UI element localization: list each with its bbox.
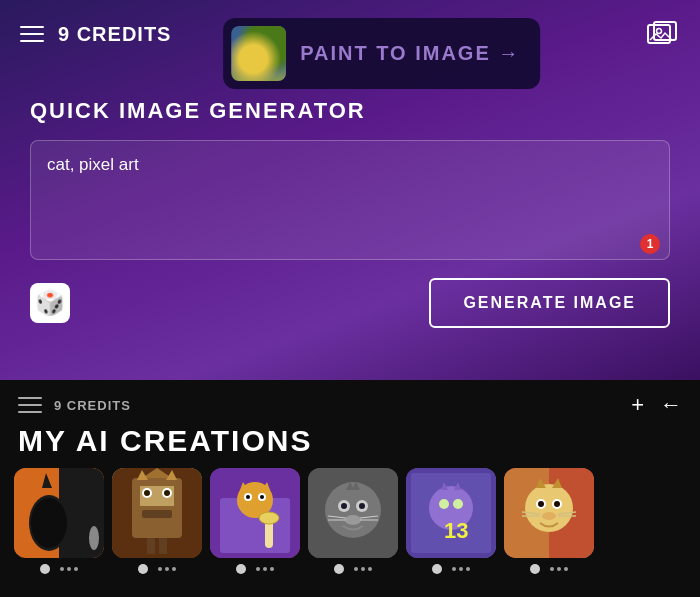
list-item[interactable]: [210, 468, 300, 574]
dots-more[interactable]: [452, 567, 470, 571]
bottom-panel: 9 CREDITS + ← MY AI CREATIONS: [0, 380, 700, 597]
image-controls-3: [236, 564, 274, 574]
svg-point-9: [89, 526, 99, 550]
svg-rect-18: [147, 538, 155, 554]
dot-indicator[interactable]: [432, 564, 442, 574]
header-left: 9 CREDITS: [20, 23, 171, 46]
svg-point-64: [542, 512, 556, 520]
back-icon[interactable]: ←: [660, 392, 682, 418]
svg-rect-17: [142, 510, 172, 518]
gallery-icon[interactable]: [644, 16, 680, 52]
image-thumb-1[interactable]: [14, 468, 104, 558]
svg-point-16: [164, 490, 170, 496]
prompt-input[interactable]: <span class="underline-text">cat</span>,…: [30, 140, 670, 260]
svg-point-39: [359, 503, 365, 509]
svg-text:13: 13: [444, 518, 468, 543]
image-thumb-2[interactable]: [112, 468, 202, 558]
paint-thumbnail: [231, 26, 286, 81]
image-controls-5: [432, 564, 470, 574]
svg-point-50: [439, 499, 449, 509]
main-content: QUICK IMAGE GENERATOR <span class="under…: [0, 68, 700, 348]
image-thumb-5[interactable]: 13: [406, 468, 496, 558]
image-controls-1: [40, 564, 78, 574]
image-controls-6: [530, 564, 568, 574]
dot-indicator[interactable]: [138, 564, 148, 574]
dots-more[interactable]: [158, 567, 176, 571]
svg-point-38: [341, 503, 347, 509]
add-creation-icon[interactable]: +: [631, 392, 644, 418]
svg-point-61: [554, 501, 560, 507]
hamburger-menu-icon[interactable]: [20, 26, 44, 42]
bottom-credits-label: 9 CREDITS: [54, 398, 131, 413]
bottom-header-left: 9 CREDITS: [18, 397, 131, 413]
svg-point-2: [657, 29, 662, 34]
svg-point-33: [259, 512, 279, 524]
list-item[interactable]: 13: [406, 468, 496, 574]
image-controls-2: [138, 564, 176, 574]
list-item[interactable]: [308, 468, 398, 574]
svg-point-60: [538, 501, 544, 507]
top-panel: 9 CREDITS PAINT TO IMAGE → QUICK IMAGE G…: [0, 0, 700, 380]
list-item[interactable]: [112, 468, 202, 574]
char-badge: 1: [640, 234, 660, 254]
images-row: 13: [0, 468, 700, 574]
creations-title: MY AI CREATIONS: [0, 424, 700, 468]
svg-point-28: [246, 495, 250, 499]
svg-point-15: [144, 490, 150, 496]
svg-point-51: [453, 499, 463, 509]
list-item[interactable]: [504, 468, 594, 574]
credits-label: 9 CREDITS: [58, 23, 171, 46]
bottom-header: 9 CREDITS + ←: [0, 380, 700, 424]
bottom-header-right: + ←: [631, 392, 682, 418]
action-row: 🎲 GENERATE IMAGE: [30, 278, 670, 328]
paint-banner-text: PAINT TO IMAGE →: [300, 42, 520, 65]
section-title: QUICK IMAGE GENERATOR: [30, 98, 670, 124]
paint-to-image-banner[interactable]: PAINT TO IMAGE →: [223, 18, 540, 89]
svg-point-42: [345, 515, 361, 525]
dots-more[interactable]: [550, 567, 568, 571]
image-controls-4: [334, 564, 372, 574]
svg-point-57: [525, 484, 573, 532]
dots-more[interactable]: [60, 567, 78, 571]
prompt-wrapper: <span class="underline-text">cat</span>,…: [30, 140, 670, 264]
dot-indicator[interactable]: [40, 564, 50, 574]
image-thumb-3[interactable]: [210, 468, 300, 558]
bottom-hamburger-icon[interactable]: [18, 397, 42, 413]
svg-rect-19: [159, 538, 167, 554]
dot-indicator[interactable]: [530, 564, 540, 574]
dice-icon[interactable]: 🎲: [30, 283, 70, 323]
dots-more[interactable]: [256, 567, 274, 571]
image-thumb-6[interactable]: [504, 468, 594, 558]
svg-point-8: [31, 498, 67, 548]
list-item[interactable]: [14, 468, 104, 574]
svg-point-29: [260, 495, 264, 499]
image-thumb-4[interactable]: [308, 468, 398, 558]
dots-more[interactable]: [354, 567, 372, 571]
dot-indicator[interactable]: [334, 564, 344, 574]
generate-image-button[interactable]: GENERATE IMAGE: [429, 278, 670, 328]
dot-indicator[interactable]: [236, 564, 246, 574]
